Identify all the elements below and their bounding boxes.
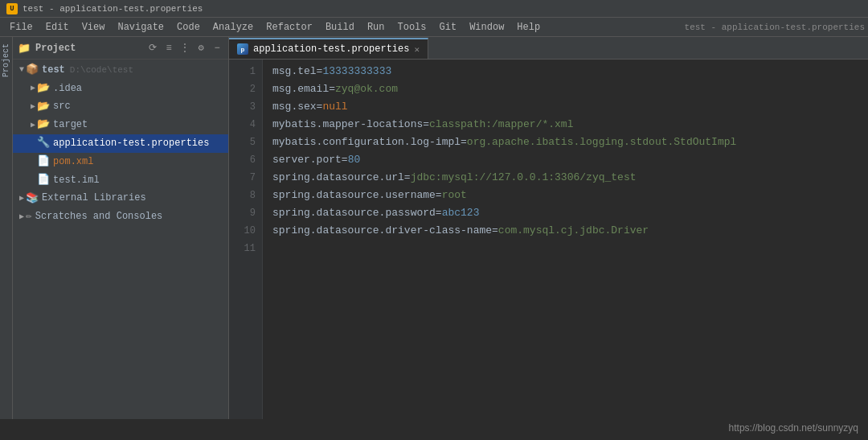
menu-analyze[interactable]: Analyze [207,20,260,35]
code-val-2: zyq@ok.com [335,83,398,95]
line-num-5: 5 [229,134,256,151]
code-line-11 [272,240,868,257]
folder-icon: 📁 [18,42,31,55]
tree-label-properties: application-test.properties [53,136,209,151]
tree-item-idea[interactable]: ▶ 📂 .idea [13,80,228,98]
menu-help[interactable]: Help [510,20,547,35]
editor-tabs: p application-test.properties ✕ [229,37,868,60]
options-icon[interactable]: ⋮ [178,42,191,55]
collapse-all-icon[interactable]: ≡ [162,42,175,55]
line-num-7: 7 [229,169,256,187]
tree-item-iml[interactable]: ▶ 📄 test.iml [13,171,228,190]
tree-label-external-libs: External Libraries [42,191,146,206]
code-val-10: com.mysql.cj.jdbc.Driver [498,224,649,236]
code-val-9: abc123 [442,207,480,219]
watermark: https://blog.csdn.net/sunnyzyq [729,422,858,434]
line-num-1: 1 [229,63,256,80]
menu-navigate[interactable]: Navigate [111,20,170,35]
code-key-3: msg.sex= [272,101,322,113]
close-panel-icon[interactable]: − [211,42,223,55]
line-num-3: 3 [229,98,256,116]
tree-item-target[interactable]: ▶ 📂 target [13,116,228,134]
code-line-2: msg.email=zyq@ok.com [272,80,868,98]
properties-icon: 🔧 [37,135,50,152]
tab-close-properties[interactable]: ✕ [414,44,420,55]
menu-window[interactable]: Window [463,20,510,35]
sidebar: Project 📁 Project ⟳ ≡ ⋮ ⚙ − ▼ [0,37,229,419]
line-num-4: 4 [229,116,256,134]
app-icon: U [6,3,18,14]
tree-label-pom: pom.xml [53,154,93,170]
breadcrumb-title: test - application-test.properties [685,23,865,32]
menu-build[interactable]: Build [319,20,361,35]
code-val-6: 80 [348,154,361,166]
code-line-6: server.port=80 [272,151,868,169]
arrow-src: ▶ [31,101,35,113]
code-key-7: spring.datasource.url= [272,171,411,183]
code-val-1: 13333333333 [322,65,391,77]
code-editor[interactable]: 1 2 3 4 5 6 7 8 9 10 11 msg.tel=13333333… [229,60,868,419]
tree-item-scratches[interactable]: ▶ ✏ Scratches and Consoles [13,208,228,226]
code-line-9: spring.datasource.password=abc123 [272,204,868,222]
code-line-3: msg.sex=null [272,98,868,116]
code-key-6: server.port= [272,154,348,166]
settings-icon[interactable]: ⚙ [194,42,207,55]
window-title: test - application-test.properties [23,4,203,14]
menu-edit[interactable]: Edit [39,20,76,35]
tree-label-test: test [42,63,65,78]
tab-label-properties: application-test.properties [253,43,409,55]
menu-refactor[interactable]: Refactor [260,20,319,35]
folder-icon-idea: 📂 [37,80,50,97]
code-key-1: msg.tel= [272,65,322,77]
tree-path-test: D:\code\test [70,64,133,78]
line-num-9: 9 [229,204,256,222]
menu-view[interactable]: View [76,20,112,35]
project-tree: ▼ 📦 test D:\code\test ▶ 📂 .idea ▶ 📂 src [13,60,228,228]
tree-item-test[interactable]: ▼ 📦 test D:\code\test [13,61,228,80]
menu-code[interactable]: Code [170,20,207,35]
arrow-target: ▶ [31,119,35,132]
title-bar: U test - application-test.properties [0,0,868,18]
line-num-10: 10 [229,222,256,240]
tree-item-pom[interactable]: ▶ 📄 pom.xml [13,153,228,171]
iml-icon: 📄 [37,172,50,189]
code-key-8: spring.datasource.username= [272,189,442,201]
tree-label-iml: test.iml [53,173,100,188]
code-line-10: spring.datasource.driver-class-name=com.… [272,222,868,240]
menu-tools[interactable]: Tools [391,20,433,35]
project-panel-header: 📁 Project ⟳ ≡ ⋮ ⚙ − [13,37,228,60]
folder-icon-src: 📂 [37,99,50,116]
code-line-1: msg.tel=13333333333 [272,63,868,80]
module-icon: 📦 [26,62,39,79]
code-content[interactable]: msg.tel=13333333333 msg.email=zyq@ok.com… [263,60,868,419]
sidebar-vertical-tab[interactable]: Project [0,37,13,419]
line-num-2: 2 [229,80,256,98]
code-line-7: spring.datasource.url=jdbc:mysql://127.0… [272,169,868,187]
editor-tab-properties[interactable]: p application-test.properties ✕ [229,38,428,59]
sync-icon[interactable]: ⟳ [146,42,159,55]
arrow-idea: ▶ [31,82,35,95]
tree-item-src[interactable]: ▶ 📂 src [13,98,228,117]
code-val-4: classpath:/mapper/*.xml [429,118,573,130]
code-key-5: mybatis.configuration.log-impl= [272,136,467,148]
menu-bar: File Edit View Navigate Code Analyze Ref… [0,18,868,37]
menu-run[interactable]: Run [361,20,391,35]
project-tab-label[interactable]: Project [0,40,12,80]
tree-item-properties[interactable]: ▶ 🔧 application-test.properties [13,134,228,153]
code-key-2: msg.email= [272,83,335,95]
folder-icon-target: 📂 [37,117,50,134]
code-val-8: root [442,189,467,201]
scratches-icon: ✏ [26,208,32,225]
libs-icon: 📚 [26,191,39,208]
line-numbers: 1 2 3 4 5 6 7 8 9 10 11 [229,60,263,419]
project-panel: 📁 Project ⟳ ≡ ⋮ ⚙ − ▼ 📦 test D:\code\tes… [13,37,228,419]
arrow-external-libs: ▶ [19,192,24,205]
tree-label-idea: .idea [53,81,82,97]
menu-file[interactable]: File [3,20,39,35]
arrow-test: ▼ [19,64,24,76]
tree-item-external-libs[interactable]: ▶ 📚 External Libraries [13,190,228,208]
editor-area: p application-test.properties ✕ 1 2 3 4 … [229,37,868,419]
code-key-4: mybatis.mapper-locations= [272,118,429,130]
line-num-8: 8 [229,187,256,204]
menu-git[interactable]: Git [433,20,464,35]
